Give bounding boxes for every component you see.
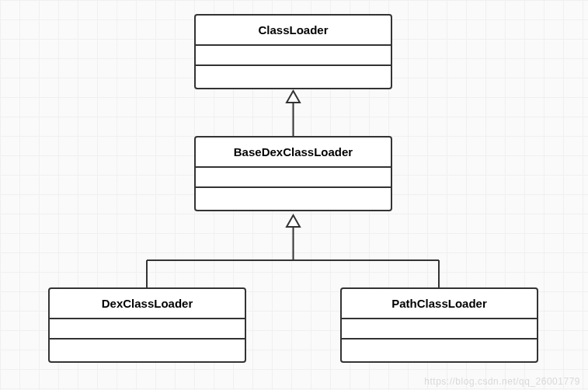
class-name: BaseDexClassLoader — [196, 138, 391, 168]
uml-class-dexclassloader: DexClassLoader — [48, 287, 246, 363]
class-name: ClassLoader — [196, 16, 391, 46]
class-attributes — [196, 168, 391, 188]
uml-class-basedexclassloader: BaseDexClassLoader — [194, 136, 392, 211]
class-name: DexClassLoader — [50, 289, 245, 319]
class-attributes — [196, 46, 391, 66]
class-methods — [342, 340, 537, 361]
watermark: https://blog.csdn.net/qq_26001779 — [424, 376, 580, 387]
class-name: PathClassLoader — [342, 289, 537, 319]
class-methods — [196, 188, 391, 210]
uml-class-pathclassloader: PathClassLoader — [340, 287, 538, 363]
inheritance-arrowhead-icon — [287, 91, 300, 103]
class-methods — [50, 340, 245, 361]
class-attributes — [50, 319, 245, 340]
class-methods — [196, 66, 391, 88]
uml-class-classloader: ClassLoader — [194, 14, 392, 89]
inheritance-arrowhead-icon — [287, 215, 300, 227]
class-attributes — [342, 319, 537, 340]
